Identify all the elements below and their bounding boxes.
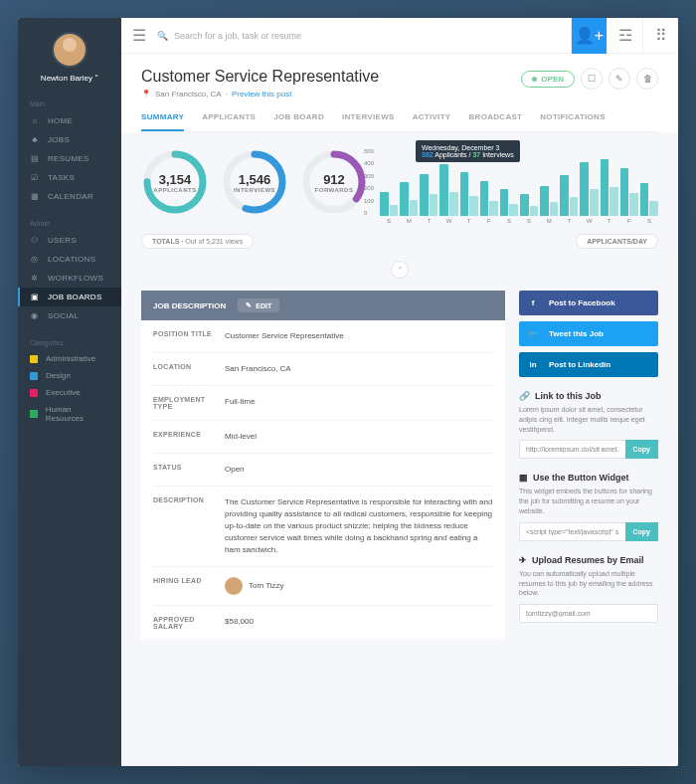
job-boards-icon: ▣: [30, 293, 40, 301]
sidebar-item-locations[interactable]: ◎LOCATIONS: [18, 250, 121, 269]
list-button[interactable]: ☲: [607, 18, 642, 54]
tab-job-board[interactable]: JOB BOARD: [273, 104, 324, 131]
tab-activity[interactable]: ACTIVITY: [413, 104, 451, 131]
totals-badge: TOTALS · Out of 5,231 views: [141, 234, 254, 249]
email-input[interactable]: [519, 604, 658, 623]
chart-badge: APPLICANTS/DAY: [576, 234, 658, 249]
search-icon: 🔍: [157, 31, 168, 41]
copy-widget-button[interactable]: Copy: [625, 522, 659, 541]
sidebar: Newton Barley ˅ Main ⌂HOME ♣JOBS ▤RESUME…: [18, 18, 121, 766]
link-widget: 🔗Link to this Job Lorem ipsum dolor sit …: [519, 391, 658, 459]
category-dot-icon: [30, 355, 38, 363]
sidebar-item-resumes[interactable]: ▤RESUMES: [18, 149, 121, 168]
add-user-icon: 👤+: [575, 26, 604, 45]
edit-description-button[interactable]: ✎EDIT: [238, 298, 279, 312]
twitter-icon: 🐦: [527, 329, 539, 338]
sidebar-item-job-boards[interactable]: ▣JOB BOARDS: [18, 288, 121, 306]
chevron-up-icon: ⌃: [397, 266, 404, 275]
grid-icon: ⠿: [655, 26, 667, 45]
trash-icon: 🗑: [643, 74, 652, 84]
tabs: SUMMARY APPLICANTS JOB BOARD INTERVIEWS …: [141, 104, 658, 132]
workflows-icon: ✲: [30, 274, 40, 283]
list-icon: ☲: [618, 26, 632, 45]
sidebar-item-calendar[interactable]: ▦CALENDAR: [18, 187, 121, 206]
bookmark-icon: ☐: [588, 74, 596, 84]
field-position-title: Customer Service Representative: [225, 330, 493, 342]
social-icon: ◉: [30, 311, 40, 320]
field-description: The Customer Service Representative is r…: [225, 496, 493, 556]
donut-interviews: 1,546INTERVIEWS: [221, 148, 288, 216]
bookmark-button[interactable]: ☐: [581, 68, 603, 90]
menu-toggle-icon[interactable]: ☰: [121, 26, 157, 45]
send-icon: ✈: [519, 555, 527, 565]
home-icon: ⌂: [30, 116, 40, 125]
pin-icon: 📍: [141, 90, 151, 98]
category-design[interactable]: Design: [18, 367, 121, 384]
user-block: Newton Barley ˅: [18, 18, 121, 91]
sidebar-item-home[interactable]: ⌂HOME: [18, 111, 121, 130]
topbar: ☰ 🔍Search for a job, task or resume 👤+ ☲…: [121, 18, 678, 54]
card-title: JOB DESCRIPTION: [153, 301, 226, 310]
add-user-button[interactable]: 👤+: [571, 18, 607, 54]
linkedin-icon: in: [527, 360, 539, 369]
share-facebook-button[interactable]: fPost to Facebook: [519, 291, 658, 315]
link-input[interactable]: [519, 440, 625, 459]
pencil-icon: ✎: [615, 74, 623, 84]
job-description-card: JOB DESCRIPTION ✎EDIT POSITION TITLECust…: [141, 291, 505, 640]
status-badge[interactable]: OPEN: [521, 71, 575, 88]
delete-button[interactable]: 🗑: [636, 68, 658, 90]
search-input[interactable]: 🔍Search for a job, task or resume: [157, 31, 571, 41]
users-icon: ⚇: [30, 236, 40, 245]
user-name[interactable]: Newton Barley ˅: [18, 74, 121, 83]
collapse-button[interactable]: ⌃: [391, 261, 409, 279]
tab-interviews[interactable]: INTERVIEWS: [342, 104, 395, 131]
donut-forwards: 912FORWARDS: [300, 148, 368, 216]
button-widget: ▦Use the Button Widget This widget embed…: [519, 473, 658, 540]
tab-notifications[interactable]: NOTIFICATIONS: [540, 104, 606, 131]
widget-icon: ▦: [519, 473, 528, 483]
tasks-icon: ☑: [30, 173, 40, 182]
nav-header-categories: Categories: [18, 333, 121, 350]
chart-tooltip: Wednesday, December 3 382 Applicants / 3…: [416, 140, 520, 162]
field-status: Open: [225, 464, 493, 476]
link-icon: 🔗: [519, 391, 530, 401]
sidebar-item-jobs[interactable]: ♣JOBS: [18, 130, 121, 149]
facebook-icon: f: [527, 298, 539, 307]
category-dot-icon: [30, 389, 38, 397]
donut-applicants: 3,154APPLICANTS: [141, 148, 209, 216]
sidebar-item-social[interactable]: ◉SOCIAL: [18, 306, 121, 325]
tab-broadcast[interactable]: BROADCAST: [468, 104, 522, 131]
jobs-icon: ♣: [30, 135, 40, 144]
pencil-icon: ✎: [246, 301, 252, 309]
apps-button[interactable]: ⠿: [642, 18, 678, 54]
category-human-resources[interactable]: Human Resources: [18, 401, 121, 427]
field-experience: Mid-level: [225, 431, 493, 443]
resumes-icon: ▤: [30, 154, 40, 163]
field-employment-type: Full-time: [225, 396, 493, 410]
sidebar-item-tasks[interactable]: ☑TASKS: [18, 168, 121, 187]
field-location: San Francisco, CA: [225, 363, 493, 375]
tab-applicants[interactable]: APPLICANTS: [202, 104, 256, 131]
sidebar-item-workflows[interactable]: ✲WORKFLOWS: [18, 269, 121, 288]
tab-summary[interactable]: SUMMARY: [141, 104, 184, 131]
avatar[interactable]: [52, 32, 87, 68]
category-administrative[interactable]: Administrative: [18, 350, 121, 367]
locations-icon: ◎: [30, 255, 40, 264]
page-meta: 📍 San Francisco, CA · Preview this post: [141, 90, 379, 98]
share-twitter-button[interactable]: 🐦Tweet this Job: [519, 321, 658, 346]
category-executive[interactable]: Executive: [18, 384, 121, 401]
copy-link-button[interactable]: Copy: [625, 440, 659, 459]
field-hiring-lead: Tom Tizzy: [225, 577, 493, 595]
nav-header-admin: Admin: [18, 214, 121, 231]
nav-header-main: Main: [18, 95, 121, 111]
preview-link[interactable]: Preview this post: [232, 90, 291, 98]
sidebar-item-users[interactable]: ⚇USERS: [18, 231, 121, 250]
page-title: Customer Service Representative: [141, 68, 379, 86]
category-dot-icon: [30, 372, 38, 380]
share-linkedin-button[interactable]: inPost to Linkedin: [519, 352, 658, 377]
email-widget: ✈Upload Resumes by Email You can automat…: [519, 555, 658, 623]
edit-button[interactable]: ✎: [609, 68, 630, 90]
widget-code-input[interactable]: [519, 522, 625, 541]
page-header: Customer Service Representative 📍 San Fr…: [121, 54, 678, 132]
field-salary: $58,000: [225, 616, 493, 630]
